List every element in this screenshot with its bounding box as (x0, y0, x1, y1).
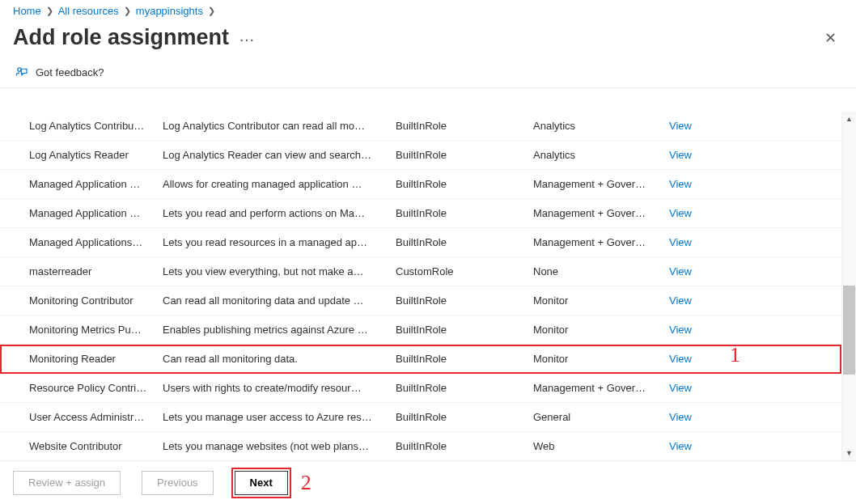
role-category: Monitor (533, 324, 669, 336)
page-title: Add role assignment (13, 25, 229, 50)
role-row[interactable]: Monitoring ContributorCan read all monit… (0, 286, 841, 316)
role-description: Lets you manage user access to Azure res… (163, 411, 396, 423)
role-view-link[interactable]: View (669, 411, 692, 423)
breadcrumb: Home ❯ All resources ❯ myappinsights ❯ (0, 0, 856, 19)
role-name: Log Analytics Reader (29, 149, 163, 161)
role-view-link[interactable]: View (669, 324, 692, 336)
roles-list: Log Analytics Contribu…Log Analytics Con… (0, 112, 841, 460)
role-row[interactable]: masterreaderLets you view everything, bu… (0, 257, 841, 286)
annotation-1: 1 (730, 343, 740, 367)
role-category: None (533, 265, 669, 277)
role-view-link[interactable]: View (669, 382, 692, 394)
role-type: BuiltInRole (396, 178, 533, 190)
feedback-icon (15, 65, 29, 79)
role-description: Allows for creating managed application … (163, 178, 396, 190)
role-description: Lets you manage websites (not web plans… (163, 440, 396, 452)
breadcrumb-myappinsights[interactable]: myappinsights (136, 5, 203, 17)
role-category: Web (533, 440, 669, 452)
role-view-link[interactable]: View (669, 236, 692, 248)
role-view-link[interactable]: View (669, 265, 692, 277)
role-description: Log Analytics Reader can view and search… (163, 149, 396, 161)
scroll-up-icon[interactable]: ▲ (842, 112, 856, 126)
chevron-right-icon: ❯ (122, 6, 133, 16)
svg-point-0 (18, 68, 22, 72)
role-category: Analytics (533, 149, 669, 161)
role-row[interactable]: Managed Application …Lets you read and p… (0, 199, 841, 228)
role-name: User Access Administr… (29, 411, 163, 423)
role-name: Website Contributor (29, 440, 163, 452)
role-row[interactable]: Log Analytics ReaderLog Analytics Reader… (0, 141, 841, 170)
role-category: Management + Gover… (533, 382, 669, 394)
role-name: masterreader (29, 265, 163, 277)
chevron-right-icon: ❯ (44, 6, 55, 16)
role-description: Users with rights to create/modify resou… (163, 382, 396, 394)
role-name: Managed Applications… (29, 236, 163, 248)
role-view-link[interactable]: View (669, 149, 692, 161)
breadcrumb-home[interactable]: Home (13, 5, 41, 17)
role-category: Management + Gover… (533, 178, 669, 190)
role-row[interactable]: Website ContributorLets you manage websi… (0, 432, 841, 460)
role-name: Resource Policy Contri… (29, 382, 163, 394)
breadcrumb-all-resources[interactable]: All resources (58, 5, 119, 17)
next-button[interactable]: Next (235, 471, 288, 495)
role-row[interactable]: User Access Administr…Lets you manage us… (0, 403, 841, 432)
role-view-link[interactable]: View (669, 353, 692, 365)
scrollbar[interactable]: ▲ ▼ (841, 112, 856, 460)
role-category: Management + Gover… (533, 236, 669, 248)
role-description: Lets you view everything, but not make a… (163, 265, 396, 277)
role-type: BuiltInRole (396, 120, 533, 132)
role-type: CustomRole (396, 265, 533, 277)
more-button[interactable]: … (239, 27, 255, 49)
role-category: Monitor (533, 353, 669, 365)
role-type: BuiltInRole (396, 294, 533, 307)
role-description: Can read all monitoring data and update … (163, 294, 396, 307)
role-name: Monitoring Metrics Pu… (29, 324, 163, 336)
role-description: Enables publishing metrics against Azure… (163, 324, 396, 336)
annotation-2: 2 (301, 471, 311, 495)
scroll-down-icon[interactable]: ▼ (842, 446, 856, 460)
role-category: Monitor (533, 294, 669, 307)
role-type: BuiltInRole (396, 353, 533, 365)
role-row[interactable]: Monitoring Metrics Pu…Enables publishing… (0, 316, 841, 345)
role-row[interactable]: Managed Applications…Lets you read resou… (0, 228, 841, 257)
role-row[interactable]: Log Analytics Contribu…Log Analytics Con… (0, 112, 841, 141)
role-row[interactable]: Managed Application …Allows for creating… (0, 170, 841, 199)
role-row[interactable]: Resource Policy Contri…Users with rights… (0, 374, 841, 403)
close-button[interactable]: ✕ (818, 26, 843, 50)
role-description: Can read all monitoring data. (163, 353, 396, 365)
role-view-link[interactable]: View (669, 120, 692, 132)
role-name: Monitoring Reader (29, 353, 163, 365)
previous-button[interactable]: Previous (142, 471, 214, 495)
role-type: BuiltInRole (396, 207, 533, 219)
role-description: Lets you read and perform actions on Ma… (163, 207, 396, 219)
scrollbar-thumb[interactable] (843, 286, 855, 375)
role-type: BuiltInRole (396, 149, 533, 161)
role-description: Log Analytics Contributor can read all m… (163, 120, 396, 132)
role-name: Managed Application … (29, 207, 163, 219)
role-description: Lets you read resources in a managed ap… (163, 236, 396, 248)
role-view-link[interactable]: View (669, 178, 692, 190)
feedback-label: Got feedback? (36, 66, 104, 78)
feedback-button[interactable]: Got feedback? (0, 57, 856, 88)
role-view-link[interactable]: View (669, 207, 692, 219)
role-type: BuiltInRole (396, 411, 533, 423)
role-category: Management + Gover… (533, 207, 669, 219)
role-type: BuiltInRole (396, 382, 533, 394)
role-name: Log Analytics Contribu… (29, 120, 163, 132)
role-type: BuiltInRole (396, 440, 533, 452)
footer: Review + assign Previous Next 2 (0, 460, 856, 504)
role-name: Monitoring Contributor (29, 294, 163, 307)
role-name: Managed Application … (29, 178, 163, 190)
role-category: Analytics (533, 120, 669, 132)
role-view-link[interactable]: View (669, 440, 692, 452)
role-type: BuiltInRole (396, 324, 533, 336)
chevron-right-icon: ❯ (206, 6, 217, 16)
role-view-link[interactable]: View (669, 294, 692, 307)
role-category: General (533, 411, 669, 423)
review-assign-button[interactable]: Review + assign (13, 471, 121, 495)
role-row[interactable]: Monitoring ReaderCan read all monitoring… (0, 345, 841, 374)
role-type: BuiltInRole (396, 236, 533, 248)
